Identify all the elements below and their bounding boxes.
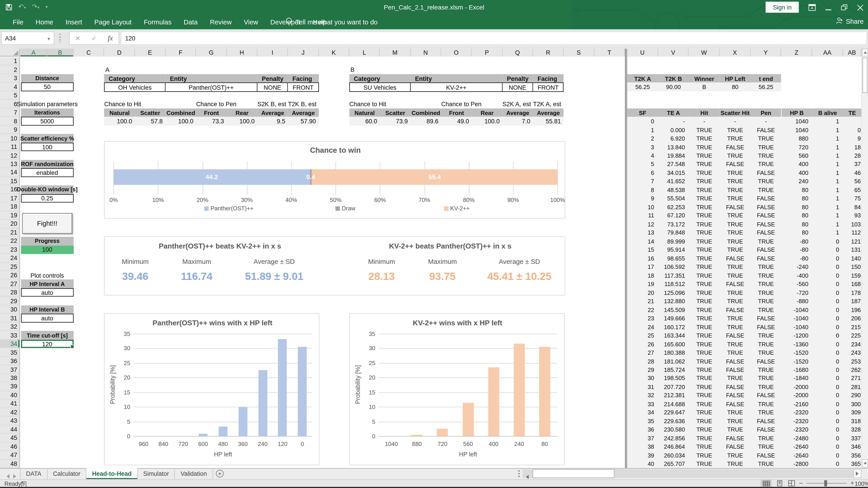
sim-cell[interactable]: 0 [812,459,843,468]
share-button[interactable]: Share [836,17,864,26]
sim-cell[interactable]: TRUE [720,186,750,194]
sim-cell[interactable]: 18 [627,271,658,280]
sim-cell[interactable]: TRUE [689,246,719,254]
sim-cell[interactable]: FALSE [750,451,781,459]
hit-value-cell[interactable]: 49.0 [441,117,472,126]
sim-cell[interactable]: - [658,117,689,126]
sim-cell[interactable]: 300 [843,400,862,408]
sim-cell[interactable]: 1 [627,125,658,134]
sim-cell[interactable]: 25 [627,331,658,339]
summary-header[interactable]: T2K B [658,74,689,83]
sim-cell[interactable]: FALSE [720,280,750,288]
sim-cell[interactable]: TRUE [689,254,719,263]
row-header-18[interactable]: 18 [0,203,20,211]
sim-cell[interactable]: 19.884 [658,151,689,160]
sim-cell[interactable]: 38 [627,442,658,451]
column-header-W[interactable]: W [689,49,719,57]
sim-cell[interactable]: -2480 [781,434,812,442]
sim-cell[interactable]: 36 [627,425,658,434]
panel-label[interactable]: Plot controls [14,271,80,280]
sim-cell[interactable]: -2640 [781,451,812,459]
sim-cell[interactable]: TRUE [689,160,719,168]
ribbon-tab-data[interactable]: Data [178,18,204,26]
entity-col-header[interactable]: Penalty [502,74,533,83]
sheet-tab-data[interactable]: DATA [20,468,48,479]
sim-cell[interactable]: TRUE [720,228,750,237]
sim-cell[interactable]: FALSE [720,160,750,168]
sim-cell[interactable]: 1 [812,142,843,151]
column-header-U[interactable]: U [627,49,658,57]
entity-value-cell[interactable]: NONE [257,83,288,92]
sim-cell[interactable]: 1040 [781,117,812,126]
row-header-28[interactable]: 28 [0,288,20,297]
summary-header[interactable]: HP Left [720,74,750,83]
sim-cell[interactable]: 0 [812,451,843,459]
ribbon-display-options-icon[interactable] [808,3,816,13]
sim-cell[interactable]: 0 [812,314,843,323]
sim-cell[interactable]: TRUE [689,151,719,160]
sim-cell[interactable]: TRUE [689,237,719,246]
sim-cell[interactable]: 328 [843,425,862,434]
sim-cell[interactable]: 165.600 [658,339,689,348]
sim-cell[interactable]: 132.880 [658,297,689,305]
sim-cell[interactable]: TRUE [720,322,750,331]
sim-cell[interactable]: TRUE [750,459,781,468]
panel-header[interactable]: HP Interval B [21,305,74,314]
sim-cell[interactable]: 140 [843,254,862,263]
sim-cell[interactable]: FALSE [750,417,781,425]
sim-cell[interactable]: 84 [843,203,862,211]
entity-col-header[interactable]: Facing [288,74,318,83]
sim-cell[interactable]: 24 [627,322,658,331]
column-header-I[interactable]: I [257,49,288,57]
section-label[interactable]: Chance to Hit [104,100,165,108]
column-header-T[interactable]: T [594,49,625,57]
sim-cell[interactable]: TRUE [720,339,750,348]
sim-cell[interactable]: FALSE [720,365,750,374]
sheet-tab-simulator[interactable]: Simulator [138,468,175,479]
sim-cell[interactable]: 3 [627,142,658,151]
sim-cell[interactable]: TRUE [689,400,719,408]
hit-value-cell[interactable]: 73.3 [196,117,227,126]
sim-cell[interactable]: TRUE [750,374,781,383]
sim-cell[interactable]: 30 [627,374,658,383]
ribbon-tab-file[interactable]: File [6,18,29,26]
sim-cell[interactable]: 0 [812,408,843,417]
sim-col-header[interactable]: B alive [812,108,843,117]
row-header-7[interactable]: 7 [0,108,20,117]
sim-cell[interactable]: 21 [627,297,658,305]
sim-cell[interactable]: 12 [627,220,658,228]
scroll-up-icon[interactable] [862,49,868,57]
sim-cell[interactable]: 185.724 [658,365,689,374]
sim-cell[interactable]: TRUE [689,305,719,314]
row-header-42[interactable]: 42 [0,408,20,417]
sim-cell[interactable]: 243 [843,348,862,357]
row-header-23[interactable]: 23 [0,246,20,254]
row-header-2[interactable]: 2 [0,66,20,74]
tab-scroll-splitter[interactable] [518,470,520,477]
entity-value-cell[interactable]: Panther(OST)++ [165,83,257,92]
sim-cell[interactable]: 1 [812,211,843,220]
summary-value[interactable]: B [689,83,719,91]
undo-icon[interactable]: ↶▾ [18,3,26,11]
sim-cell[interactable]: 118.512 [658,280,689,288]
view-page-layout-button[interactable] [774,480,785,487]
column-header-AB[interactable]: AB [843,49,862,57]
sim-cell[interactable]: TRUE [689,271,719,280]
sim-cell[interactable]: 290 [843,391,862,400]
sim-cell[interactable]: 80 [781,203,812,211]
sim-cell[interactable]: -1520 [781,348,812,357]
sim-cell[interactable]: TRUE [689,331,719,339]
sim-cell[interactable]: 9 [627,194,658,203]
column-header-Y[interactable]: Y [750,49,781,57]
sim-cell[interactable]: TRUE [750,142,781,151]
sim-cell[interactable]: 6.920 [658,134,689,142]
sim-cell[interactable]: - [720,117,750,126]
sim-cell[interactable]: 28 [843,151,862,160]
sim-cell[interactable]: 356 [843,451,862,459]
sim-cell[interactable]: 880 [781,134,812,142]
hit-col-header[interactable]: Combined [165,108,196,117]
sim-cell[interactable]: FALSE [750,228,781,237]
sim-cell[interactable]: 225 [843,331,862,339]
sim-cell[interactable]: 2 [627,134,658,142]
sim-cell[interactable]: 0 [812,391,843,400]
